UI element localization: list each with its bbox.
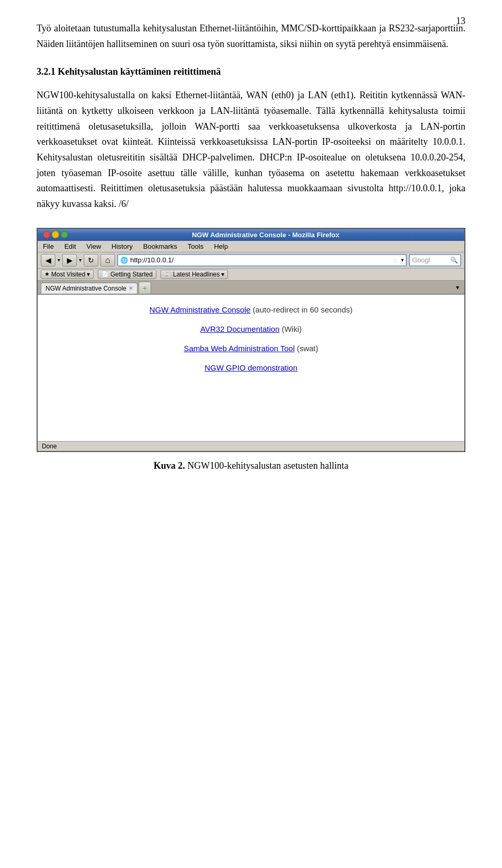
getting-started-icon: 📄: [101, 271, 109, 277]
address-bar[interactable]: 🌐 http://10.0.0.1/ ☆ ▾: [117, 254, 407, 267]
back-button[interactable]: ◀: [41, 254, 55, 267]
browser-title: NGW Administrative Console - Mozilla Fir…: [72, 231, 459, 239]
titlebar-buttons: [43, 231, 68, 238]
content-link-4[interactable]: NGW GPIO demonstration: [53, 363, 449, 372]
close-button[interactable]: [43, 231, 50, 238]
paragraph-1: Työ aloitetaan tutustumalla kehitysalust…: [37, 21, 465, 52]
most-visited-icon: ★: [44, 271, 50, 277]
figure-caption: Kuva 2. NGW100-kehitysalustan asetusten …: [37, 460, 465, 471]
search-bar[interactable]: Googl 🔍: [409, 254, 461, 267]
menu-view[interactable]: View: [84, 242, 103, 251]
search-icon[interactable]: 🔍: [450, 257, 458, 264]
latest-headlines-dropdown-icon[interactable]: ▾: [221, 271, 224, 278]
home-icon: ⌂: [105, 256, 110, 265]
tab-ngw-admin[interactable]: NGW Administrative Console ✕: [41, 283, 138, 294]
section-heading: 3.2.1 Kehitysalustan käyttäminen reititt…: [37, 64, 465, 79]
maximize-button[interactable]: [61, 231, 68, 238]
forward-button[interactable]: ▶: [62, 254, 77, 267]
bookmark-getting-started[interactable]: 📄 Getting Started: [98, 270, 156, 279]
link-gpio[interactable]: NGW GPIO demonstration: [204, 363, 298, 372]
favicon-icon: 🌐: [120, 257, 128, 264]
content-link-1[interactable]: NGW Administrative Console (auto-redirec…: [53, 305, 449, 314]
link-samba-suffix: (swat): [297, 344, 318, 353]
browser-statusbar: Done: [38, 441, 464, 451]
latest-headlines-icon: 📰: [164, 271, 172, 277]
link-ngw-admin[interactable]: NGW Administrative Console: [150, 305, 250, 314]
new-tab-button[interactable]: +: [139, 282, 151, 294]
link-ngw-admin-suffix: (auto-redirect in 60 seconds): [253, 305, 352, 314]
back-dropdown[interactable]: ▾: [58, 257, 60, 263]
tabs-scroll-icon[interactable]: ▾: [454, 284, 461, 291]
page-number: 13: [456, 16, 465, 27]
most-visited-label: Most Visited: [51, 271, 85, 278]
reload-icon: ↻: [88, 256, 94, 264]
forward-icon: ▶: [67, 256, 73, 264]
figure-caption-text: NGW100-kehitysalustan asetusten hallinta: [185, 460, 348, 471]
bookmark-star-icon[interactable]: ☆: [392, 256, 399, 264]
browser-tabs: NGW Administrative Console ✕ + ▾: [38, 281, 464, 295]
content-link-3[interactable]: Samba Web Administration Tool (swat): [53, 344, 449, 353]
browser-toolbar: ◀ ▾ ▶ ▾ ↻ ⌂ 🌐 http://10.0.0.1/ ☆ ▾ Googl…: [38, 252, 464, 269]
link-avr32-suffix: (Wiki): [282, 325, 302, 333]
back-icon: ◀: [45, 256, 51, 264]
menu-bookmarks[interactable]: Bookmarks: [141, 242, 179, 251]
bookmark-latest-headlines[interactable]: 📰 Latest Headlines ▾: [161, 270, 228, 279]
link-samba[interactable]: Samba Web Administration Tool: [184, 344, 294, 353]
home-button[interactable]: ⌂: [100, 254, 115, 267]
browser-bookmarks-bar: ★ Most Visited ▾ 📄 Getting Started 📰 Lat…: [38, 269, 464, 281]
browser-menubar: File Edit View History Bookmarks Tools H…: [38, 241, 464, 252]
browser-content: NGW Administrative Console (auto-redirec…: [38, 295, 464, 441]
bookmark-most-visited[interactable]: ★ Most Visited ▾: [41, 270, 94, 279]
minimize-button[interactable]: [52, 231, 59, 238]
browser-titlebar: NGW Administrative Console - Mozilla Fir…: [38, 229, 464, 241]
tab-ngw-label: NGW Administrative Console: [45, 285, 127, 292]
paragraph-2: NGW100-kehitysalustalla on kaksi Etherne…: [37, 88, 465, 212]
forward-dropdown[interactable]: ▾: [79, 257, 82, 263]
tab-close-icon[interactable]: ✕: [129, 285, 133, 291]
menu-file[interactable]: File: [41, 242, 56, 251]
address-text: http://10.0.0.1/: [130, 256, 390, 264]
figure-caption-bold: Kuva 2.: [154, 460, 185, 471]
content-link-2[interactable]: AVR32 Documentation (Wiki): [53, 325, 449, 333]
link-avr32[interactable]: AVR32 Documentation: [200, 325, 279, 333]
reload-button[interactable]: ↻: [84, 254, 98, 267]
address-dropdown-icon[interactable]: ▾: [401, 257, 404, 263]
latest-headlines-label: Latest Headlines: [173, 271, 220, 278]
menu-help[interactable]: Help: [212, 242, 230, 251]
browser-screenshot: NGW Administrative Console - Mozilla Fir…: [37, 228, 465, 452]
getting-started-label: Getting Started: [110, 271, 153, 278]
search-text: Googl: [412, 256, 450, 264]
most-visited-dropdown-icon[interactable]: ▾: [87, 271, 90, 278]
menu-tools[interactable]: Tools: [186, 242, 206, 251]
menu-edit[interactable]: Edit: [62, 242, 78, 251]
menu-history[interactable]: History: [109, 242, 134, 251]
